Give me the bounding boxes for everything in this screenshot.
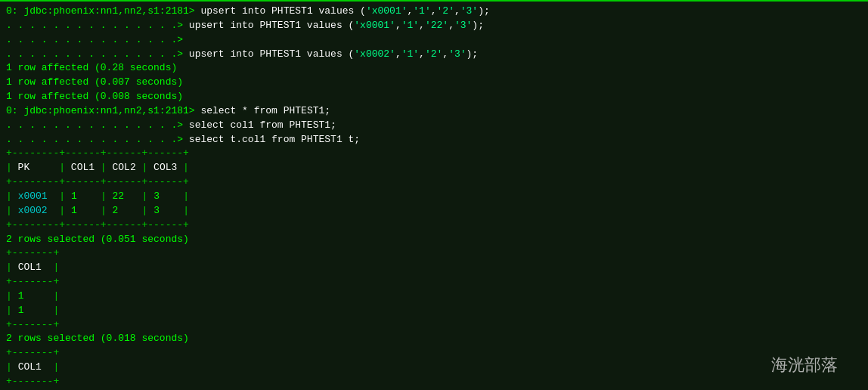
table1-row1: | x0001 | 1 | 22 | 3 | <box>6 190 862 204</box>
table2-mid-border: +-------+ <box>6 275 862 289</box>
line-2: . . . . . . . . . . . . . . .> upsert in… <box>6 19 862 33</box>
line-9: . . . . . . . . . . . . . . .> select co… <box>6 119 862 133</box>
table2-row2: | 1 | <box>6 304 862 318</box>
table1-top-border: +--------+------+------+------+ <box>6 147 862 161</box>
line-4: . . . . . . . . . . . . . . .> upsert in… <box>6 48 862 62</box>
line-7: 1 row affected (0.008 seconds) <box>6 90 862 104</box>
table1-mid-border: +--------+------+------+------+ <box>6 175 862 190</box>
table1-row2: | x0002 | 1 | 2 | 3 | <box>6 204 862 218</box>
table1-bottom-border: +--------+------+------+------+ <box>6 218 862 233</box>
table3-header: | COL1 | <box>6 361 862 375</box>
table3-mid-border: +-------+ <box>6 375 862 389</box>
line-1: 0: jdbc:phoenix:nn1,nn2,s1:2181> upsert … <box>6 5 862 19</box>
table3-top-border: +-------+ <box>6 346 862 361</box>
line-24: 2 rows selected (0.018 seconds) <box>6 332 862 346</box>
table2-top-border: +-------+ <box>6 246 862 261</box>
table1-header: | PK | COL1 | COL2 | COL3 | <box>6 161 862 175</box>
watermark: 海洸部落 <box>771 354 838 376</box>
table2-row1: | 1 | <box>6 289 862 304</box>
line-6: 1 row affected (0.007 seconds) <box>6 76 862 90</box>
line-8: 0: jdbc:phoenix:nn1,nn2,s1:2181> select … <box>6 104 862 119</box>
table2-header: | COL1 | <box>6 261 862 275</box>
line-5: 1 row affected (0.28 seconds) <box>6 61 862 76</box>
line-10: . . . . . . . . . . . . . . .> select t.… <box>6 133 862 147</box>
line-17: 2 rows selected (0.051 seconds) <box>6 233 862 247</box>
table2-bottom-border: +-------+ <box>6 318 862 333</box>
terminal-window: 0: jdbc:phoenix:nn1,nn2,s1:2181> upsert … <box>0 0 868 390</box>
line-3: . . . . . . . . . . . . . . .> <box>6 33 862 48</box>
